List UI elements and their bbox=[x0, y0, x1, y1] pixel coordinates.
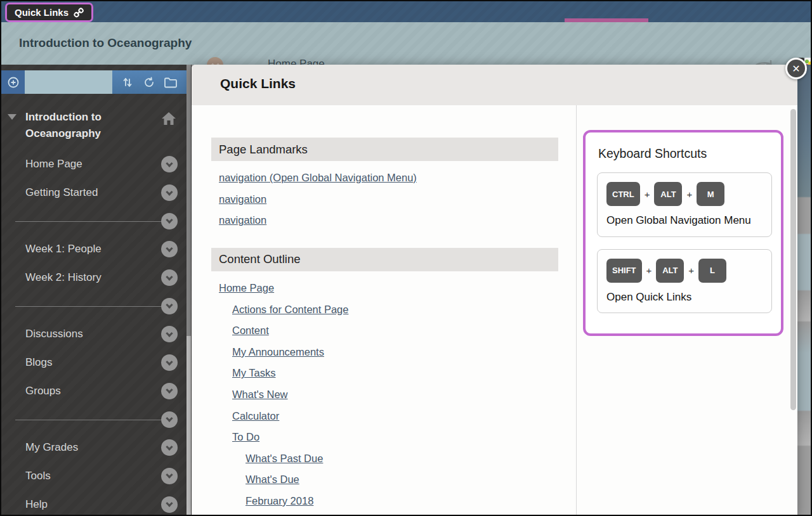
outline-row: Calculator bbox=[219, 405, 576, 427]
sidebar-course-title-row: Introduction to Oceanography bbox=[1, 109, 187, 142]
modal-links-column: Page Landmarks navigation (Open Global N… bbox=[192, 105, 577, 516]
collapse-menu-icon[interactable] bbox=[8, 114, 16, 120]
dimmed-page-background bbox=[797, 65, 812, 516]
landmark-row: navigation bbox=[219, 210, 576, 231]
sidebar-course-title[interactable]: Introduction to Oceanography bbox=[25, 109, 161, 142]
sidebar-item-label: Week 1: People bbox=[25, 243, 102, 255]
sidebar-item[interactable] bbox=[1, 405, 187, 434]
chevron-down-icon[interactable] bbox=[161, 326, 178, 342]
content-outline-link[interactable]: To Do bbox=[232, 431, 259, 443]
sidebar-item[interactable]: Getting Started bbox=[1, 179, 187, 207]
sidebar-item[interactable]: Discussions bbox=[1, 320, 187, 349]
sidebar-item[interactable] bbox=[1, 292, 187, 320]
keyboard-shortcuts-heading: Keyboard Shortcuts bbox=[598, 146, 769, 161]
outline-row: To Do bbox=[219, 427, 576, 448]
outline-row: My Announcements bbox=[219, 342, 576, 363]
sidebar-item[interactable]: Tools bbox=[1, 462, 187, 491]
sidebar-item[interactable]: Week 1: People bbox=[1, 235, 187, 264]
keycap-shift: SHIFT bbox=[606, 259, 642, 283]
home-icon[interactable] bbox=[161, 112, 176, 126]
add-menu-item-button[interactable] bbox=[1, 70, 25, 94]
keycap-l: L bbox=[698, 259, 726, 283]
plus-separator: + bbox=[645, 189, 650, 200]
chevron-down-icon[interactable] bbox=[161, 241, 178, 257]
sidebar-item-label: Help bbox=[25, 498, 48, 511]
content-outline-link[interactable]: February 2018 bbox=[246, 495, 313, 507]
sidebar-item-label: Week 2: History bbox=[25, 271, 102, 284]
course-menu-toolbar bbox=[1, 70, 187, 94]
shortcut-card: SHIFT + ALT + L Open Quick Links bbox=[597, 249, 772, 314]
outline-row: What's Past Due bbox=[219, 448, 576, 470]
chevron-down-icon[interactable] bbox=[161, 156, 178, 172]
folder-icon[interactable] bbox=[164, 76, 178, 89]
landmark-row: navigation bbox=[219, 189, 576, 210]
chevron-down-icon[interactable] bbox=[161, 354, 178, 371]
landmark-link[interactable]: navigation bbox=[219, 214, 266, 226]
chevron-down-icon[interactable] bbox=[161, 468, 178, 484]
modal-body: Page Landmarks navigation (Open Global N… bbox=[192, 105, 797, 516]
page-landmarks-heading: Page Landmarks bbox=[211, 138, 558, 161]
content-outline-link[interactable]: Home Page bbox=[219, 282, 274, 294]
chevron-down-icon[interactable] bbox=[161, 383, 178, 399]
modal-header: Quick Links ✕ bbox=[192, 65, 797, 105]
shortcut-keys: SHIFT + ALT + L bbox=[606, 259, 763, 283]
landmark-link[interactable]: navigation bbox=[219, 193, 266, 205]
link-icon bbox=[74, 8, 84, 18]
sidebar-item[interactable]: Groups bbox=[1, 377, 187, 406]
content-outline-list: Home Page Actions for Content Page Conte… bbox=[211, 271, 576, 512]
chevron-down-icon[interactable] bbox=[161, 439, 178, 456]
content-outline-heading: Content Outline bbox=[211, 248, 558, 271]
modal-scrollbar-thumb[interactable] bbox=[790, 109, 796, 410]
chevron-down-icon[interactable] bbox=[161, 269, 178, 286]
outline-row: Content bbox=[219, 320, 576, 342]
plus-separator: + bbox=[686, 189, 692, 200]
modal-title: Quick Links bbox=[220, 76, 296, 91]
content-outline-link[interactable]: What's Due bbox=[246, 474, 299, 486]
keycap-m: M bbox=[697, 182, 724, 206]
sidebar-item[interactable]: Home Page bbox=[1, 150, 187, 179]
refresh-icon[interactable] bbox=[143, 76, 155, 89]
content-outline-link[interactable]: Calculator bbox=[232, 410, 279, 422]
course-header: Introduction to Oceanography Home Page bbox=[1, 22, 811, 65]
keycap-ctrl: CTRL bbox=[606, 182, 640, 206]
sidebar-scrollbar[interactable] bbox=[187, 65, 191, 516]
sidebar-item[interactable]: Help bbox=[1, 490, 187, 516]
content-outline-link[interactable]: Content bbox=[232, 325, 269, 337]
chevron-down-icon[interactable] bbox=[161, 184, 178, 201]
sidebar-item-label: Getting Started bbox=[25, 186, 98, 199]
sidebar-item-label: My Grades bbox=[25, 441, 78, 454]
outline-row: Home Page bbox=[219, 278, 576, 299]
reorder-icon[interactable] bbox=[121, 76, 134, 89]
outline-row: My Tasks bbox=[219, 363, 576, 384]
keycap-alt: ALT bbox=[654, 182, 682, 206]
sidebar-divider-line bbox=[15, 306, 161, 307]
landmark-link[interactable]: navigation (Open Global Navigation Menu) bbox=[219, 172, 417, 184]
sidebar-item[interactable]: My Grades bbox=[1, 434, 187, 462]
global-nav-bar: Quick Links bbox=[1, 1, 811, 22]
landmark-row: navigation (Open Global Navigation Menu) bbox=[219, 167, 576, 189]
chevron-down-icon[interactable] bbox=[161, 411, 178, 428]
keyboard-shortcuts-panel: Keyboard Shortcuts CTRL + ALT + M Open G… bbox=[583, 130, 783, 336]
content-outline-link[interactable]: Actions for Content Page bbox=[232, 304, 348, 316]
chevron-down-icon[interactable] bbox=[161, 496, 178, 513]
close-icon[interactable]: ✕ bbox=[785, 58, 807, 79]
chevron-down-icon[interactable] bbox=[161, 213, 178, 229]
content-outline-link[interactable]: My Tasks bbox=[232, 367, 275, 379]
page-landmarks-list: navigation (Open Global Navigation Menu)… bbox=[211, 161, 576, 231]
menu-display-toggle[interactable] bbox=[25, 70, 112, 94]
sidebar-scrollbar-thumb[interactable] bbox=[187, 336, 191, 516]
shortcut-keys: CTRL + ALT + M bbox=[606, 182, 763, 206]
content-outline-link[interactable]: What's Past Due bbox=[246, 453, 323, 465]
sidebar-item-list: Home Page Getting Started We bbox=[1, 150, 187, 516]
content-outline-link[interactable]: My Announcements bbox=[232, 346, 324, 358]
chevron-down-icon[interactable] bbox=[161, 298, 178, 314]
quick-links-modal: Quick Links ✕ Page Landmarks navigation … bbox=[192, 65, 797, 516]
sidebar-item-label: Blogs bbox=[25, 356, 53, 369]
plus-separator: + bbox=[688, 265, 694, 276]
quick-links-button[interactable]: Quick Links bbox=[5, 3, 93, 22]
sidebar-item[interactable]: Blogs bbox=[1, 349, 187, 377]
sidebar-item[interactable]: Week 2: History bbox=[1, 264, 187, 292]
content-outline-link[interactable]: What's New bbox=[232, 389, 288, 401]
sidebar-item[interactable] bbox=[1, 207, 187, 235]
course-title: Introduction to Oceanography bbox=[19, 36, 192, 50]
